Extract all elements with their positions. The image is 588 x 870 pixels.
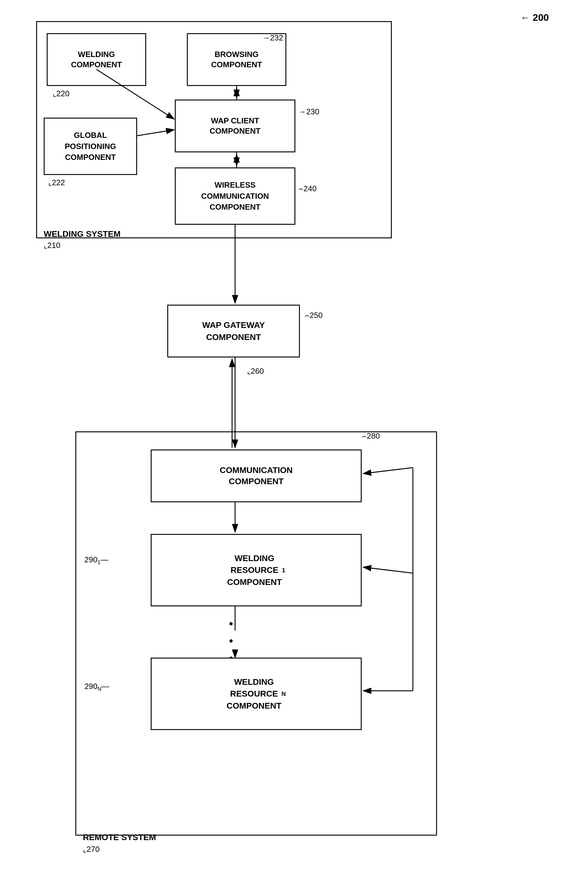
welding-resource-component-1-box: WELDINGRESOURCECOMPONENT1 [151,534,362,606]
diagram: ← 200 WELDING SYSTEM ⌞210 WELDINGCOMPONE… [0,0,588,870]
ref-290-n: 290N― [85,682,109,692]
ref-222: ⌞222 [48,178,65,187]
ref-232: →232 [262,33,283,43]
wap-gateway-component-box: WAP GATEWAYCOMPONENT [167,305,300,358]
ref-280: ⌢280 [362,431,380,441]
ref-250: ⌢250 [304,311,322,320]
ref-260: ⌞260 [247,366,264,376]
ref-200: ← 200 [521,12,549,23]
communication-component-box: COMMUNICATIONCOMPONENT [151,450,362,502]
ref-210: ⌞210 [44,241,60,250]
global-positioning-component-box: GLOBALPOSITIONINGCOMPONENT [44,118,137,175]
wap-client-component-box: WAP CLIENTCOMPONENT [175,100,295,152]
remote-system-label: REMOTE SYSTEM [83,833,156,842]
ref-220: ⌞220 [53,89,69,98]
ref-270: ⌞270 [83,845,99,854]
ref-240: ⌢240 [298,184,316,194]
welding-component-box: WELDINGCOMPONENT [47,33,146,86]
ref-230: →230 [298,107,319,116]
welding-resource-component-n-box: WELDINGRESOURCECOMPONENTN [151,658,362,730]
ref-290-1: 2901― [85,555,108,566]
welding-system-label: WELDING SYSTEM [44,229,120,239]
wireless-communication-component-box: WIRELESSCOMMUNICATIONCOMPONENT [175,167,295,225]
